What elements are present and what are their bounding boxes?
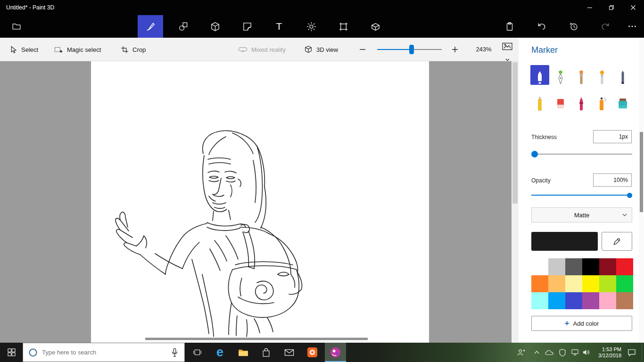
add-color-button[interactable]: + Add color [531, 316, 632, 331]
palette-color-8[interactable] [565, 275, 582, 292]
canvas-scrollbar-thumb[interactable] [512, 62, 518, 204]
select-button[interactable]: Select [9, 38, 38, 61]
tool-crayon[interactable] [572, 91, 591, 111]
paint3d-taskbar-button[interactable] [325, 343, 346, 362]
redo-button[interactable] [594, 15, 617, 38]
palette-color-16[interactable] [599, 292, 616, 309]
taskbar-search[interactable] [23, 343, 185, 362]
text-tool-button[interactable]: T [267, 15, 291, 38]
stickers-button[interactable] [235, 15, 259, 38]
2d-shapes-icon [178, 21, 189, 32]
opacity-slider[interactable] [531, 192, 632, 198]
eyedropper-button[interactable] [602, 232, 632, 251]
eyedropper-icon [612, 237, 622, 246]
material-dropdown[interactable]: Matte [531, 207, 632, 222]
task-view-button[interactable] [187, 343, 207, 362]
tool-marker[interactable] [530, 65, 549, 85]
zoom-slider[interactable] [377, 49, 442, 50]
tool-pixel-pen[interactable] [613, 65, 632, 85]
app-button-orange[interactable] [302, 343, 323, 362]
zoom-in-button[interactable] [452, 38, 458, 61]
2d-shapes-button[interactable] [171, 15, 195, 38]
search-input[interactable] [42, 349, 171, 356]
palette-color-4[interactable] [599, 258, 616, 275]
start-button[interactable] [0, 343, 23, 362]
palette-color-11[interactable] [616, 275, 633, 292]
history-button[interactable] [562, 15, 586, 38]
canvas-drawing [91, 61, 429, 343]
palette-color-13[interactable] [548, 292, 565, 309]
thickness-slider-handle[interactable] [531, 151, 538, 157]
mixed-reality-button[interactable]: Mixed reality [238, 38, 286, 61]
action-center-button[interactable] [623, 343, 640, 362]
panel-scrollbar-thumb[interactable] [640, 132, 643, 212]
drawing-canvas[interactable] [91, 61, 429, 343]
3d-library-button[interactable] [363, 15, 387, 38]
palette-color-0[interactable] [531, 258, 548, 275]
people-button[interactable] [514, 343, 528, 362]
show-desktop-button[interactable] [642, 343, 644, 362]
tool-pencil[interactable] [530, 91, 549, 111]
store-button[interactable] [256, 343, 277, 362]
tool-spray-can[interactable] [593, 91, 611, 111]
effects-button[interactable] [299, 15, 323, 38]
zoom-slider-handle[interactable] [409, 45, 414, 54]
onedrive-button[interactable] [543, 343, 555, 362]
restore-button[interactable] [601, 0, 622, 15]
undo-button[interactable] [530, 15, 553, 38]
palette-color-2[interactable] [565, 258, 582, 275]
menu-button[interactable] [5, 15, 28, 38]
zoom-out-button[interactable] [359, 38, 366, 61]
magic-select-button[interactable]: Magic select [54, 38, 101, 61]
opacity-slider-handle[interactable] [627, 193, 632, 198]
thickness-input[interactable] [593, 130, 632, 143]
palette-color-14[interactable] [565, 292, 582, 309]
3d-view-button[interactable]: 3D view [304, 38, 338, 61]
tool-watercolor[interactable] [593, 65, 611, 85]
tool-calligraphy-pen[interactable] [551, 65, 570, 85]
palette-color-12[interactable] [531, 292, 548, 309]
current-color-swatch[interactable] [531, 232, 598, 251]
opacity-label: Opacity [531, 177, 551, 184]
panel-scrollbar[interactable] [639, 38, 644, 343]
palette-color-10[interactable] [599, 275, 616, 292]
tool-eraser[interactable] [551, 91, 570, 111]
minimize-button[interactable] [579, 0, 601, 15]
edge-button[interactable]: e [209, 343, 231, 362]
tool-oil-brush[interactable] [572, 65, 591, 85]
crayon-icon [576, 96, 586, 111]
network-button[interactable] [569, 343, 581, 362]
palette-color-7[interactable] [548, 275, 565, 292]
undo-icon [537, 21, 547, 32]
more-button[interactable] [620, 15, 644, 38]
canvas-button[interactable] [331, 15, 355, 38]
3d-shapes-button[interactable] [203, 15, 227, 38]
opacity-input[interactable] [593, 173, 632, 187]
brush-tool-button[interactable] [138, 15, 163, 38]
tool-fill[interactable] [613, 91, 632, 111]
palette-color-5[interactable] [616, 258, 633, 275]
tray-expand-button[interactable] [531, 343, 542, 362]
mail-button[interactable] [279, 343, 300, 362]
restore-icon [609, 5, 614, 10]
security-button[interactable] [556, 343, 569, 362]
volume-button[interactable] [580, 343, 592, 362]
sub-toolbar: Select Magic select Crop Mixed reality 3… [0, 38, 519, 61]
palette-color-15[interactable] [582, 292, 599, 309]
zoom-percentage: 243% [471, 38, 496, 61]
crop-label: Crop [132, 46, 146, 53]
close-button[interactable] [622, 0, 644, 15]
palette-color-1[interactable] [548, 258, 565, 275]
paste-button[interactable] [498, 15, 521, 38]
palette-color-17[interactable] [616, 292, 633, 309]
taskbar-clock[interactable]: 1:53 PM 3/12/2018 [591, 343, 621, 362]
palette-color-6[interactable] [531, 275, 548, 292]
palette-color-3[interactable] [582, 258, 599, 275]
spray-can-icon [596, 96, 608, 111]
palette-color-9[interactable] [582, 275, 599, 292]
thickness-slider[interactable] [531, 151, 632, 157]
crop-button[interactable]: Crop [121, 38, 146, 61]
canvas-scrollbar[interactable] [512, 61, 519, 343]
file-explorer-button[interactable] [232, 343, 254, 362]
volume-icon [582, 349, 590, 356]
